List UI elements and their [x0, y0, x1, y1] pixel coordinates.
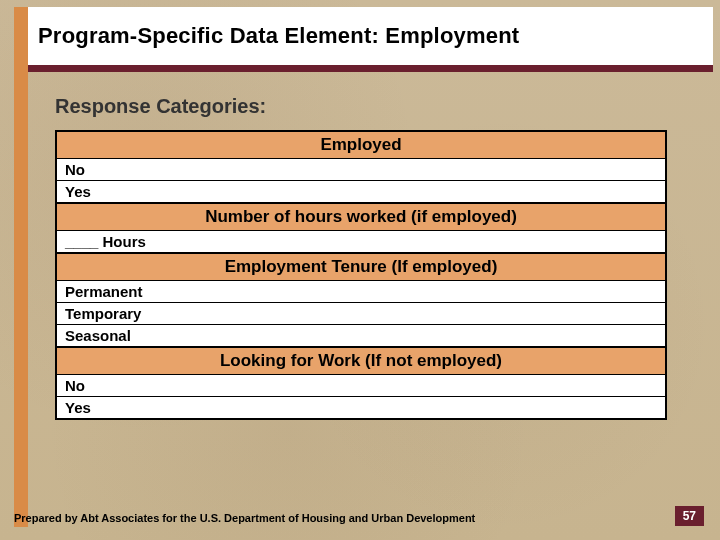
section-heading-looking: Looking for Work (If not employed): [57, 347, 665, 375]
table-row: Yes: [57, 181, 665, 203]
table-row: ____ Hours: [57, 231, 665, 253]
subtitle: Response Categories:: [55, 95, 690, 118]
footer-text: Prepared by Abt Associates for the U.S. …: [14, 512, 475, 524]
title-bar: Program-Specific Data Element: Employmen…: [28, 7, 713, 65]
content-area: Response Categories: Employed No Yes Num…: [55, 95, 690, 420]
section-heading-tenure: Employment Tenure (If employed): [57, 253, 665, 281]
table-row: Yes: [57, 397, 665, 418]
table-row: No: [57, 159, 665, 181]
page-title: Program-Specific Data Element: Employmen…: [38, 23, 519, 49]
slide: Program-Specific Data Element: Employmen…: [0, 0, 720, 540]
left-accent-stripe: [14, 7, 28, 527]
table-row: No: [57, 375, 665, 397]
section-heading-hours: Number of hours worked (if employed): [57, 203, 665, 231]
categories-table: Employed No Yes Number of hours worked (…: [55, 130, 667, 420]
title-underline: [28, 65, 713, 72]
table-row: Permanent: [57, 281, 665, 303]
table-row: Seasonal: [57, 325, 665, 347]
section-heading-employed: Employed: [57, 132, 665, 159]
page-number: 57: [675, 506, 704, 526]
table-row: Temporary: [57, 303, 665, 325]
